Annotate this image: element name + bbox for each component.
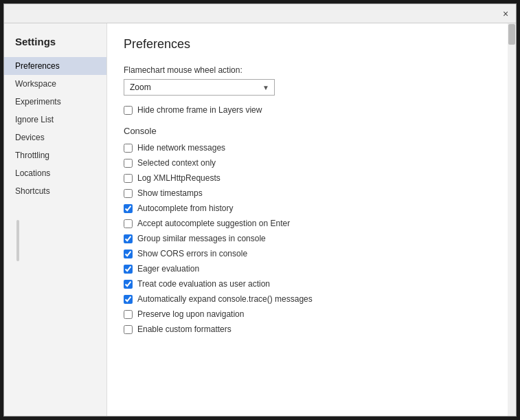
checkbox-9[interactable] — [124, 280, 133, 289]
checkbox-row: Automatically expand console.trace() mes… — [124, 294, 499, 304]
sidebar-item-workspace[interactable]: Workspace — [4, 75, 106, 93]
checkbox-1[interactable] — [124, 159, 133, 168]
checkbox-label-0[interactable]: Hide network messages — [137, 143, 225, 153]
checkbox-label-5[interactable]: Accept autocomplete suggestion on Enter — [137, 219, 290, 228]
sidebar-item-experiments[interactable]: Experiments — [4, 93, 106, 111]
sidebar: Settings Preferences Workspace Experimen… — [4, 23, 107, 416]
checkbox-label-6[interactable]: Group similar messages in console — [137, 234, 266, 243]
main-content: Preferences Flamechart mouse wheel actio… — [107, 23, 516, 416]
checkbox-row: Preserve log upon navigation — [124, 309, 499, 319]
page-title: Preferences — [124, 37, 499, 52]
checkbox-3[interactable] — [124, 189, 133, 198]
checkbox-6[interactable] — [124, 234, 133, 243]
sidebar-item-locations[interactable]: Locations — [4, 164, 106, 182]
checkbox-label-8[interactable]: Eager evaluation — [137, 264, 199, 274]
checkbox-label-9[interactable]: Treat code evaluation as user action — [137, 279, 270, 289]
sidebar-scrollbar — [16, 220, 19, 261]
flamechart-select[interactable]: Zoom Scroll — [124, 79, 275, 96]
checkbox-label-10[interactable]: Automatically expand console.trace() mes… — [137, 294, 313, 304]
sidebar-item-throttling[interactable]: Throttling — [4, 146, 106, 164]
checkbox-row: Hide network messages — [124, 143, 499, 153]
titlebar: × — [4, 4, 516, 23]
checkbox-row: Accept autocomplete suggestion on Enter — [124, 219, 499, 228]
flamechart-label: Flamechart mouse wheel action: — [124, 65, 499, 75]
checkbox-label-1[interactable]: Selected context only — [137, 158, 216, 168]
checkbox-row: Enable custom formatters — [124, 324, 499, 334]
checkbox-row: Show timestamps — [124, 188, 499, 198]
checkbox-label-7[interactable]: Show CORS errors in console — [137, 249, 247, 258]
checkbox-2[interactable] — [124, 174, 133, 183]
sidebar-item-preferences[interactable]: Preferences — [4, 57, 106, 75]
checkbox-11[interactable] — [124, 310, 133, 319]
checkbox-row: Treat code evaluation as user action — [124, 279, 499, 289]
hide-chrome-frame-label[interactable]: Hide chrome frame in Layers view — [137, 105, 262, 115]
scrollbar-thumb — [508, 24, 515, 45]
console-section-title: Console — [124, 126, 499, 136]
sidebar-item-ignore-list[interactable]: Ignore List — [4, 111, 106, 129]
settings-dialog: × Settings Preferences Workspace Experim… — [3, 3, 517, 417]
checkbox-10[interactable] — [124, 295, 133, 304]
sidebar-item-shortcuts[interactable]: Shortcuts — [4, 182, 106, 200]
sidebar-title: Settings — [4, 30, 106, 57]
hide-chrome-frame-row: Hide chrome frame in Layers view — [124, 105, 499, 115]
checkbox-label-11[interactable]: Preserve log upon navigation — [137, 309, 244, 319]
checkbox-7[interactable] — [124, 250, 133, 258]
checkbox-8[interactable] — [124, 265, 133, 274]
hide-chrome-frame-checkbox[interactable] — [124, 106, 133, 115]
checkbox-row: Log XMLHttpRequests — [124, 173, 499, 183]
checkbox-5[interactable] — [124, 219, 133, 228]
sidebar-item-devices[interactable]: Devices — [4, 129, 106, 146]
checkbox-row: Group similar messages in console — [124, 234, 499, 243]
checkbox-row: Eager evaluation — [124, 264, 499, 274]
checkbox-label-12[interactable]: Enable custom formatters — [137, 324, 231, 334]
close-button[interactable]: × — [499, 8, 512, 20]
checkbox-row: Autocomplete from history — [124, 203, 499, 213]
checkbox-row: Show CORS errors in console — [124, 249, 499, 258]
checkbox-row: Selected context only — [124, 158, 499, 168]
flamechart-select-wrapper: Zoom Scroll ▼ — [124, 79, 275, 96]
flamechart-field: Flamechart mouse wheel action: Zoom Scro… — [124, 65, 499, 96]
checkbox-label-3[interactable]: Show timestamps — [137, 188, 203, 198]
checkboxes-container: Hide network messagesSelected context on… — [124, 143, 499, 334]
checkbox-4[interactable] — [124, 204, 133, 213]
checkbox-0[interactable] — [124, 144, 133, 153]
dialog-body: Settings Preferences Workspace Experimen… — [4, 23, 516, 416]
checkbox-label-2[interactable]: Log XMLHttpRequests — [137, 173, 221, 183]
scrollbar-track[interactable] — [508, 23, 516, 416]
checkbox-12[interactable] — [124, 325, 133, 334]
checkbox-label-4[interactable]: Autocomplete from history — [137, 203, 233, 213]
